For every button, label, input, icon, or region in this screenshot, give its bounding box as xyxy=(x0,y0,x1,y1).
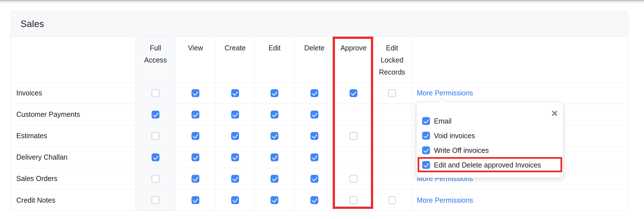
cell-edit-locked-records xyxy=(372,147,411,168)
cell-full-access xyxy=(136,168,175,189)
cell-edit xyxy=(255,104,294,125)
top-toolbar-shadow xyxy=(0,0,644,4)
cell-edit-locked-records xyxy=(372,125,411,146)
edit-checkbox[interactable] xyxy=(271,89,278,97)
cell-approve xyxy=(334,168,372,189)
more-permissions-link[interactable]: More Permissions xyxy=(417,196,473,204)
section-header: Sales xyxy=(11,11,628,37)
view-checkbox[interactable] xyxy=(192,153,199,161)
cell-delete xyxy=(294,147,334,168)
cell-view xyxy=(175,82,215,104)
cell-delete xyxy=(294,168,334,189)
edit-locked-records-checkbox[interactable] xyxy=(388,89,396,97)
cell-create xyxy=(215,168,255,189)
cell-edit-locked-records xyxy=(372,82,411,104)
cell-edit-locked-records xyxy=(372,104,411,125)
popup-item-edit-and-delete-approved-invoices: Edit and Delete approved Invoices xyxy=(422,158,563,172)
approve-checkbox[interactable] xyxy=(350,89,357,97)
popup-item-label: Void invoices xyxy=(434,132,475,140)
void-invoices-checkbox[interactable] xyxy=(422,132,430,140)
section-title: Sales xyxy=(21,19,44,29)
cell-full-access xyxy=(136,189,175,211)
more-permissions-link[interactable]: More Permissions xyxy=(417,89,473,97)
cell-edit xyxy=(255,82,294,104)
header-cell-edit-locked-records: Edit Locked Records xyxy=(372,37,411,82)
view-checkbox[interactable] xyxy=(192,196,199,204)
header-cell-edit: Edit xyxy=(255,37,294,82)
table-row-credit-notes: Credit NotesMore Permissions xyxy=(11,189,628,211)
cell-edit xyxy=(255,125,294,146)
edit-checkbox[interactable] xyxy=(271,196,278,204)
delete-checkbox[interactable] xyxy=(310,175,318,183)
create-checkbox[interactable] xyxy=(231,196,239,204)
view-checkbox[interactable] xyxy=(192,175,199,183)
cell-create xyxy=(215,104,255,125)
cell-delete xyxy=(294,104,334,125)
cell-view xyxy=(175,104,215,125)
cell-edit xyxy=(255,147,294,168)
cell-approve xyxy=(334,147,372,168)
cell-full-access xyxy=(136,125,175,146)
full-access-checkbox[interactable] xyxy=(152,89,159,97)
create-checkbox[interactable] xyxy=(231,111,239,119)
create-checkbox[interactable] xyxy=(231,132,239,140)
cell-view xyxy=(175,147,215,168)
cell-edit xyxy=(255,189,294,211)
create-checkbox[interactable] xyxy=(231,175,239,183)
create-checkbox[interactable] xyxy=(231,89,239,97)
delete-checkbox[interactable] xyxy=(310,132,318,140)
cell-create xyxy=(215,189,255,211)
edit-locked-records-checkbox[interactable] xyxy=(388,196,396,204)
cell-view xyxy=(175,168,215,189)
view-checkbox[interactable] xyxy=(192,111,199,119)
delete-checkbox[interactable] xyxy=(310,111,318,119)
row-label: Delivery Challan xyxy=(11,147,136,168)
popup-item-write-off-invoices: Write Off invoices xyxy=(422,143,563,158)
cell-delete xyxy=(294,189,334,211)
full-access-checkbox[interactable] xyxy=(152,153,159,161)
write-off-invoices-checkbox[interactable] xyxy=(422,146,430,154)
view-checkbox[interactable] xyxy=(192,89,199,97)
full-access-checkbox[interactable] xyxy=(152,175,159,183)
row-label: Invoices xyxy=(11,82,136,104)
view-checkbox[interactable] xyxy=(192,132,199,140)
table-row-invoices: InvoicesMore Permissions xyxy=(11,82,628,104)
popup-item-label: Email xyxy=(434,117,452,125)
cell-approve xyxy=(334,189,372,211)
approve-checkbox[interactable] xyxy=(350,175,357,183)
delete-checkbox[interactable] xyxy=(310,153,318,161)
header-cell-more-permissions xyxy=(411,37,628,82)
cell-create xyxy=(215,125,255,146)
edit-and-delete-approved-invoices-checkbox[interactable] xyxy=(422,161,430,169)
full-access-checkbox[interactable] xyxy=(152,196,159,204)
email-checkbox[interactable] xyxy=(422,117,430,125)
row-label: Customer Payments xyxy=(11,104,136,125)
row-label: Credit Notes xyxy=(11,189,136,211)
popup-item-void-invoices: Void invoices xyxy=(422,128,563,143)
edit-checkbox[interactable] xyxy=(271,132,278,140)
popup-item-email: Email xyxy=(422,114,563,128)
full-access-checkbox[interactable] xyxy=(152,132,159,140)
edit-checkbox[interactable] xyxy=(271,153,278,161)
cell-more-permissions: More Permissions xyxy=(411,189,628,211)
more-permissions-popup: EmailVoid invoicesWrite Off invoicesEdit… xyxy=(416,102,563,178)
header-cell-approve: Approve xyxy=(334,37,372,82)
edit-checkbox[interactable] xyxy=(271,111,278,119)
approve-checkbox[interactable] xyxy=(350,196,357,204)
cell-delete xyxy=(294,82,334,104)
edit-checkbox[interactable] xyxy=(271,175,278,183)
popup-item-label: Write Off invoices xyxy=(434,146,489,155)
header-cell-module xyxy=(11,37,136,82)
page: Sales Full AccessViewCreateEditDeleteApp… xyxy=(0,0,644,219)
delete-checkbox[interactable] xyxy=(310,196,318,204)
delete-checkbox[interactable] xyxy=(310,89,318,97)
cell-create xyxy=(215,82,255,104)
create-checkbox[interactable] xyxy=(231,153,239,161)
cell-full-access xyxy=(136,82,175,104)
full-access-checkbox[interactable] xyxy=(152,111,159,119)
header-cell-full-access: Full Access xyxy=(136,37,175,82)
row-label: Sales Orders xyxy=(11,168,136,189)
approve-checkbox[interactable] xyxy=(350,132,357,140)
cell-edit xyxy=(255,168,294,189)
cell-create xyxy=(215,147,255,168)
